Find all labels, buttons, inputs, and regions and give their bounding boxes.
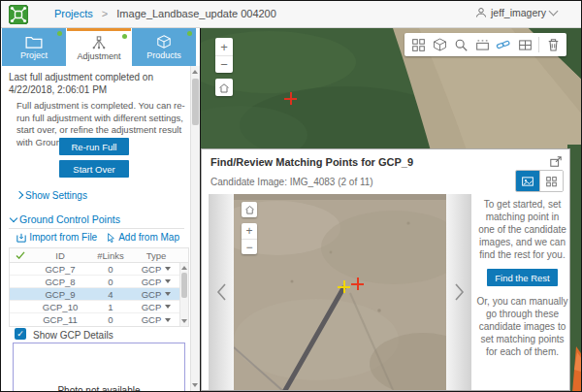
tab-products-label: Products [146, 50, 181, 60]
table-row-gcp8[interactable]: GCP_8 0 GCP [10, 276, 188, 288]
type-dropdown-caret[interactable] [165, 318, 171, 322]
candidate-image-label: Candidate Image: IMG_4083 (2 of 11) [210, 177, 373, 187]
table-row-gcp10[interactable]: GCP_10 1 GCP [10, 301, 188, 313]
import-from-file-link[interactable]: Import from File [16, 232, 97, 243]
previous-image-button[interactable] [209, 194, 234, 390]
tab-adjustment-label: Adjustment [77, 51, 120, 61]
chevron-down-icon [549, 7, 559, 16]
image-select-icon[interactable] [471, 34, 493, 55]
table-row-gcp11[interactable]: GCP_11 0 GCP [10, 313, 188, 326]
candidate-image-viewer[interactable]: + − [234, 194, 446, 390]
viewer-home-icon[interactable] [242, 202, 257, 217]
folder-icon [25, 35, 43, 49]
left-panel: Project Adjustment Produc [1, 28, 200, 391]
chevron-down-icon [10, 214, 17, 222]
add-from-map-link[interactable]: Add from Map [107, 232, 179, 243]
column-id: ID [31, 250, 89, 261]
status-dot-green [187, 31, 192, 36]
show-settings-link[interactable]: Show Settings [16, 190, 87, 201]
show-gcp-details-label: Show GCP Details [33, 330, 113, 343]
basemap-icon[interactable] [429, 34, 450, 55]
viewer-zoom-in-button[interactable]: + [242, 223, 257, 239]
viewer-home-control [242, 202, 257, 217]
gcp-table: ID #Links Type GCP_7 0 GCP GCP_8 0 GCP [9, 247, 189, 327]
mosaic-icon[interactable] [514, 34, 535, 55]
table-row-gcp9-selected[interactable]: GCP_9 4 GCP [10, 288, 188, 301]
show-gcp-details-checkbox[interactable]: ✓ [15, 328, 26, 340]
app-logo-icon[interactable] [9, 5, 28, 24]
chevron-left-icon [216, 282, 227, 302]
instructions-column: To get started, set matching point in on… [476, 198, 568, 358]
gcp-table-header: ID #Links Type [10, 248, 188, 263]
photo-not-available-text: Photo not available [14, 385, 184, 392]
viewer-zoom-out-button[interactable]: − [242, 239, 257, 254]
select-all-check-icon[interactable] [10, 250, 31, 261]
column-links: #Links [89, 250, 132, 261]
panel-title: Find/Review Matching Points for GCP_9 [210, 156, 413, 168]
panel-scrollbar[interactable] [190, 66, 200, 391]
find-review-panel: Find/Review Matching Points for GCP_9 Ca… [201, 148, 570, 391]
adjustment-status-text: Last full adjustment completed on 4/22/2… [9, 72, 185, 96]
status-dot-green [57, 31, 62, 36]
map-zoom-control: + − [215, 38, 233, 73]
tab-products[interactable]: Products [132, 28, 196, 66]
grid-windows-icon[interactable] [407, 34, 429, 55]
zoom-in-button[interactable]: + [215, 38, 233, 55]
app-header: Projects > Image_Landbase_update 004200 … [1, 1, 581, 28]
search-icon[interactable] [450, 34, 471, 55]
gcp-photo-placeholder: Photo not available [13, 343, 185, 392]
breadcrumb: Projects > Image_Landbase_update 004200 [54, 8, 276, 19]
divider [9, 228, 184, 229]
type-dropdown-caret[interactable] [165, 305, 171, 309]
trash-icon[interactable] [542, 34, 564, 55]
table-scrollbar[interactable] [179, 263, 188, 326]
home-icon[interactable] [215, 79, 233, 96]
adjustment-icon [90, 36, 108, 49]
map-cursor-icon [107, 233, 115, 243]
tab-bar: Project Adjustment Produc [1, 28, 200, 66]
toolbar-separator [538, 37, 539, 52]
chevron-right-icon [454, 282, 465, 302]
column-type: Type [132, 250, 180, 261]
find-the-rest-button[interactable]: Find the Rest [487, 269, 558, 286]
project-title: Image_Landbase_update 004200 [116, 8, 276, 19]
type-dropdown-caret[interactable] [165, 279, 171, 283]
gcp-section-header[interactable]: Ground Control Points [11, 213, 120, 225]
breadcrumb-projects-link[interactable]: Projects [54, 8, 93, 19]
instruction-secondary: Or, you can manually go through these ca… [476, 295, 568, 358]
view-toggle-group [515, 170, 564, 192]
type-dropdown-caret[interactable] [165, 292, 171, 296]
rerun-full-button[interactable]: Re-run Full [59, 138, 129, 155]
single-view-toggle[interactable] [516, 171, 539, 191]
grid-view-toggle[interactable] [539, 171, 563, 191]
import-icon [16, 233, 26, 243]
user-menu[interactable]: jeff_imagery [475, 7, 557, 18]
type-dropdown-caret[interactable] [165, 267, 171, 271]
username: jeff_imagery [491, 7, 546, 18]
start-over-button[interactable]: Start Over [59, 160, 129, 178]
image-links-icon[interactable] [493, 34, 514, 55]
table-row-gcp7[interactable]: GCP_7 0 GCP [10, 263, 188, 276]
zoom-out-button[interactable]: − [215, 55, 233, 73]
chevron-right-icon [16, 191, 23, 199]
cube-icon [156, 35, 172, 49]
breadcrumb-separator: > [102, 8, 108, 19]
tab-project-label: Project [20, 50, 48, 60]
viewer-zoom-control: + − [242, 223, 257, 254]
instruction-primary: To get started, set matching point in on… [476, 198, 568, 261]
tab-project[interactable]: Project [2, 28, 66, 66]
app-window: Projects > Image_Landbase_update 004200 … [0, 0, 582, 392]
tab-adjustment[interactable]: Adjustment [67, 28, 131, 66]
candidate-image [234, 194, 446, 390]
map-toolbar [404, 33, 566, 56]
next-image-button[interactable] [446, 194, 471, 390]
person-icon [475, 7, 487, 18]
status-dot-green [122, 34, 127, 39]
map-home-control [215, 79, 233, 96]
